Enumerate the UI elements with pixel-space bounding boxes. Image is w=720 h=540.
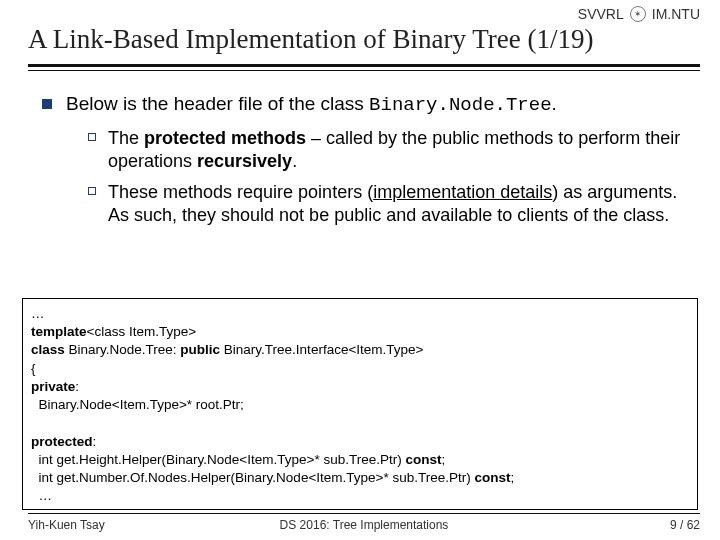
text: .	[292, 151, 297, 171]
bullet-level2: The protected methods – called by the pu…	[88, 127, 690, 173]
text: These methods require pointers (	[108, 182, 373, 202]
code-keyword: public	[180, 342, 224, 357]
footer-course: DS 2016: Tree Implementations	[252, 518, 476, 532]
divider-thin	[28, 70, 700, 71]
bold-text: recursively	[197, 151, 292, 171]
code-line: :	[93, 434, 97, 449]
code-line: int get.Height.Helper(Binary.Node<Item.T…	[31, 452, 405, 467]
inline-code: Binary.Node.Tree	[369, 94, 551, 116]
org-line: SVVRL ✶ IM.NTU	[28, 6, 700, 22]
underlined-text: implementation details	[373, 182, 552, 202]
code-line: Binary.Tree.Interface<Item.Type>	[224, 342, 424, 357]
footer: Yih-Kuen Tsay DS 2016: Tree Implementati…	[28, 513, 700, 532]
footer-author: Yih-Kuen Tsay	[28, 518, 252, 532]
slide: SVVRL ✶ IM.NTU A Link-Based Implementati…	[0, 0, 720, 540]
footer-page: 9 / 62	[476, 518, 700, 532]
code-line: <class Item.Type>	[87, 324, 197, 339]
code-keyword: const	[405, 452, 441, 467]
code-line: {	[31, 361, 36, 376]
bold-text: protected methods	[144, 128, 306, 148]
sub1-text: The protected methods – called by the pu…	[108, 127, 690, 173]
code-keyword: class	[31, 342, 69, 357]
code-line: …	[31, 306, 45, 321]
bullet1-text: Below is the header file of the class Bi…	[66, 92, 557, 117]
page-title: A Link-Based Implementation of Binary Tr…	[28, 24, 700, 55]
hollow-square-icon	[88, 187, 96, 195]
square-bullet-icon	[42, 99, 52, 109]
text: Below is the header file of the class	[66, 93, 369, 114]
code-line: Binary.Node<Item.Type>* root.Ptr;	[31, 397, 244, 412]
org-right: IM.NTU	[652, 6, 700, 22]
text: .	[552, 93, 557, 114]
code-line: …	[31, 488, 52, 503]
code-keyword: private	[31, 379, 75, 394]
code-box: … template<class Item.Type> class Binary…	[22, 298, 698, 510]
bullet-level2: These methods require pointers (implemen…	[88, 181, 690, 227]
hollow-square-icon	[88, 133, 96, 141]
text: The	[108, 128, 144, 148]
org-logo-icon: ✶	[630, 6, 646, 22]
bullet-level1: Below is the header file of the class Bi…	[42, 92, 690, 117]
code-line: Binary.Node.Tree:	[69, 342, 181, 357]
code-line: :	[75, 379, 79, 394]
code-line: ;	[441, 452, 445, 467]
code-keyword: template	[31, 324, 87, 339]
code-line: int get.Number.Of.Nodes.Helper(Binary.No…	[31, 470, 474, 485]
divider-thick	[28, 64, 700, 67]
sub2-text: These methods require pointers (implemen…	[108, 181, 690, 227]
header: SVVRL ✶ IM.NTU A Link-Based Implementati…	[28, 6, 700, 55]
body: Below is the header file of the class Bi…	[42, 92, 690, 227]
code-keyword: protected	[31, 434, 93, 449]
org-left: SVVRL	[578, 6, 624, 22]
code-line: ;	[510, 470, 514, 485]
code-keyword: const	[474, 470, 510, 485]
